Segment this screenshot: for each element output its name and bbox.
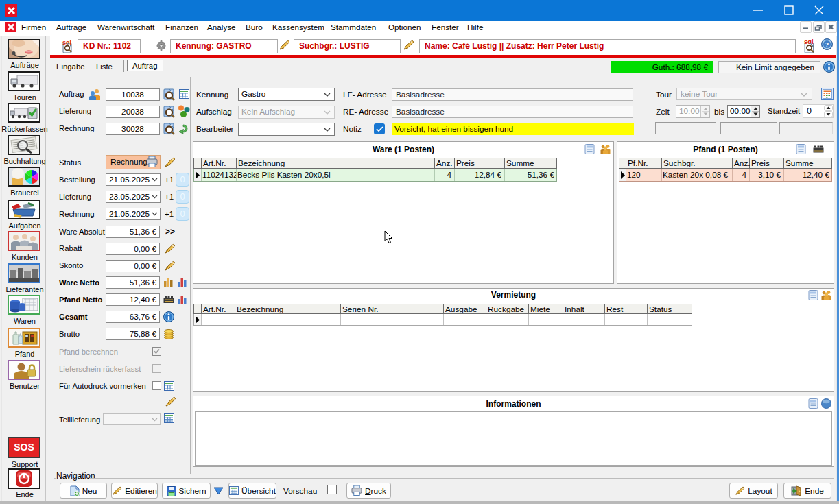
- svg-text:?: ?: [825, 40, 829, 49]
